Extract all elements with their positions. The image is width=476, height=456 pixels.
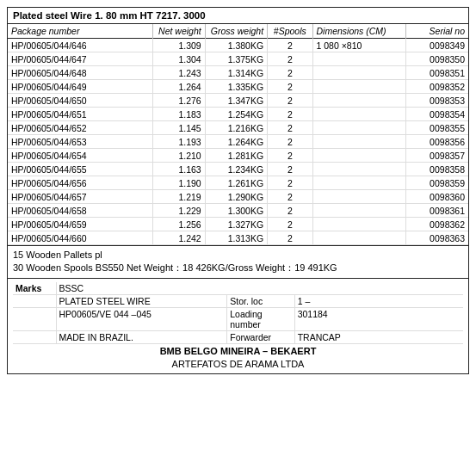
cell-spools: 2 bbox=[268, 39, 312, 52]
cell-gross: 1.281KG bbox=[205, 149, 267, 163]
marks-table: Marks BSSC PLATED STEEL WIRE Stor. loc 1… bbox=[13, 282, 463, 344]
col-header-dim: Dimensions (CM) bbox=[312, 24, 406, 39]
cell-dim bbox=[312, 218, 406, 231]
cell-serial: 0098353 bbox=[406, 94, 468, 108]
cell-gross: 1.290KG bbox=[205, 190, 267, 204]
pallets-line: 15 Wooden Pallets pl bbox=[13, 249, 463, 261]
table-header-row: Package number Net weight Gross weight #… bbox=[8, 24, 468, 39]
cell-gross: 1.314KG bbox=[205, 66, 267, 80]
cell-spools: 2 bbox=[268, 204, 312, 218]
cell-pkg: HP/00605/044/655 bbox=[8, 163, 153, 176]
cell-pkg: HP/00605/044/646 bbox=[8, 39, 153, 52]
table-row: HP/00605/044/658 1.229 1.300KG 2 0098361 bbox=[8, 204, 468, 218]
cell-dim bbox=[312, 163, 406, 176]
cell-spools: 2 bbox=[268, 80, 312, 94]
cell-spools: 2 bbox=[268, 176, 312, 190]
spools-line: 30 Wooden Spools BS550 Net Weight：18 426… bbox=[13, 261, 463, 275]
cell-dim bbox=[312, 149, 406, 163]
cell-net: 1.276 bbox=[153, 94, 205, 108]
marks-loading-label: Loading number bbox=[227, 308, 294, 331]
cell-gross: 1.234KG bbox=[205, 163, 267, 176]
cell-gross: 1.264KG bbox=[205, 135, 267, 149]
cell-gross: 1.347KG bbox=[205, 94, 267, 108]
marks-stor-label: Stor. loc bbox=[227, 295, 294, 308]
cell-net: 1.309 bbox=[153, 39, 205, 52]
cell-spools: 2 bbox=[268, 163, 312, 176]
footer-pallets: 15 Wooden Pallets pl 30 Wooden Spools BS… bbox=[8, 245, 468, 278]
cell-gross: 1.216KG bbox=[205, 121, 267, 135]
cell-serial: 0098351 bbox=[406, 66, 468, 80]
cell-dim bbox=[312, 52, 406, 66]
cell-spools: 2 bbox=[268, 190, 312, 204]
cell-gross: 1.375KG bbox=[205, 52, 267, 66]
marks-stor-value: 1 – bbox=[294, 295, 463, 308]
marks-center1: BMB BELGO MINEIRA – BEKAERT bbox=[13, 344, 463, 358]
marks-loading-value: 301184 bbox=[294, 308, 463, 331]
cell-spools: 2 bbox=[268, 66, 312, 80]
cell-pkg: HP/00605/044/652 bbox=[8, 121, 153, 135]
cell-serial: 0098361 bbox=[406, 204, 468, 218]
marks-label: Marks bbox=[13, 282, 56, 295]
col-header-pkg: Package number bbox=[8, 24, 153, 39]
marks-line4: MADE IN BRAZIL. bbox=[56, 331, 227, 344]
table-row: HP/00605/044/655 1.163 1.234KG 2 0098358 bbox=[8, 163, 468, 176]
marks-line1: BSSC bbox=[56, 282, 463, 295]
table-row: HP/00605/044/654 1.210 1.281KG 2 0098357 bbox=[8, 149, 468, 163]
marks-row2: PLATED STEEL WIRE Stor. loc 1 – bbox=[13, 295, 463, 308]
table-row: HP/00605/044/651 1.183 1.254KG 2 0098354 bbox=[8, 108, 468, 121]
col-header-gross: Gross weight bbox=[205, 24, 267, 39]
cell-gross: 1.380KG bbox=[205, 39, 267, 52]
cell-spools: 2 bbox=[268, 135, 312, 149]
cell-gross: 1.261KG bbox=[205, 176, 267, 190]
cell-pkg: HP/00605/044/657 bbox=[8, 190, 153, 204]
cell-net: 1.304 bbox=[153, 52, 205, 66]
cell-pkg: HP/00605/044/656 bbox=[8, 176, 153, 190]
cell-dim bbox=[312, 94, 406, 108]
cell-pkg: HP/00605/044/647 bbox=[8, 52, 153, 66]
cell-serial: 0098352 bbox=[406, 80, 468, 94]
cell-spools: 2 bbox=[268, 52, 312, 66]
cell-serial: 0098357 bbox=[406, 149, 468, 163]
cell-pkg: HP/00605/044/653 bbox=[8, 135, 153, 149]
table-row: HP/00605/044/656 1.190 1.261KG 2 0098359 bbox=[8, 176, 468, 190]
cell-pkg: HP/00605/044/648 bbox=[8, 66, 153, 80]
cell-serial: 0098360 bbox=[406, 190, 468, 204]
cell-dim bbox=[312, 204, 406, 218]
cell-serial: 0098355 bbox=[406, 121, 468, 135]
cell-spools: 2 bbox=[268, 218, 312, 231]
table-row: HP/00605/044/647 1.304 1.375KG 2 0098350 bbox=[8, 52, 468, 66]
table-body: HP/00605/044/646 1.309 1.380KG 2 1 080 ×… bbox=[8, 39, 468, 245]
cell-gross: 1.300KG bbox=[205, 204, 267, 218]
cell-serial: 0098356 bbox=[406, 135, 468, 149]
cell-pkg: HP/00605/044/650 bbox=[8, 94, 153, 108]
cell-dim bbox=[312, 231, 406, 245]
cell-pkg: HP/00605/044/659 bbox=[8, 218, 153, 231]
cell-net: 1.242 bbox=[153, 231, 205, 245]
cell-net: 1.243 bbox=[153, 66, 205, 80]
cell-net: 1.264 bbox=[153, 80, 205, 94]
cell-dim bbox=[312, 66, 406, 80]
cell-net: 1.145 bbox=[153, 121, 205, 135]
cell-spools: 2 bbox=[268, 94, 312, 108]
cell-pkg: HP/00605/044/649 bbox=[8, 80, 153, 94]
cell-serial: 0098358 bbox=[406, 163, 468, 176]
cell-dim bbox=[312, 190, 406, 204]
marks-section: Marks BSSC PLATED STEEL WIRE Stor. loc 1… bbox=[8, 278, 468, 373]
marks-row4: MADE IN BRAZIL. Forwarder TRANCAP bbox=[13, 331, 463, 344]
col-header-spools: #Spools bbox=[268, 24, 312, 39]
marks-row3: HP00605/VE 044 –045 Loading number 30118… bbox=[13, 308, 463, 331]
cell-spools: 2 bbox=[268, 149, 312, 163]
marks-line3: HP00605/VE 044 –045 bbox=[56, 308, 227, 331]
marks-forwarder-value: TRANCAP bbox=[294, 331, 463, 344]
cell-gross: 1.327KG bbox=[205, 218, 267, 231]
cell-net: 1.229 bbox=[153, 204, 205, 218]
cell-serial: 0098359 bbox=[406, 176, 468, 190]
cell-pkg: HP/00605/044/660 bbox=[8, 231, 153, 245]
cell-net: 1.219 bbox=[153, 190, 205, 204]
cell-dim bbox=[312, 121, 406, 135]
marks-center2: ARTEFATOS DE ARAMA LTDA bbox=[13, 358, 463, 370]
cell-serial: 0098350 bbox=[406, 52, 468, 66]
cell-net: 1.193 bbox=[153, 135, 205, 149]
cell-serial: 0098363 bbox=[406, 231, 468, 245]
table-row: HP/00605/044/650 1.276 1.347KG 2 0098353 bbox=[8, 94, 468, 108]
